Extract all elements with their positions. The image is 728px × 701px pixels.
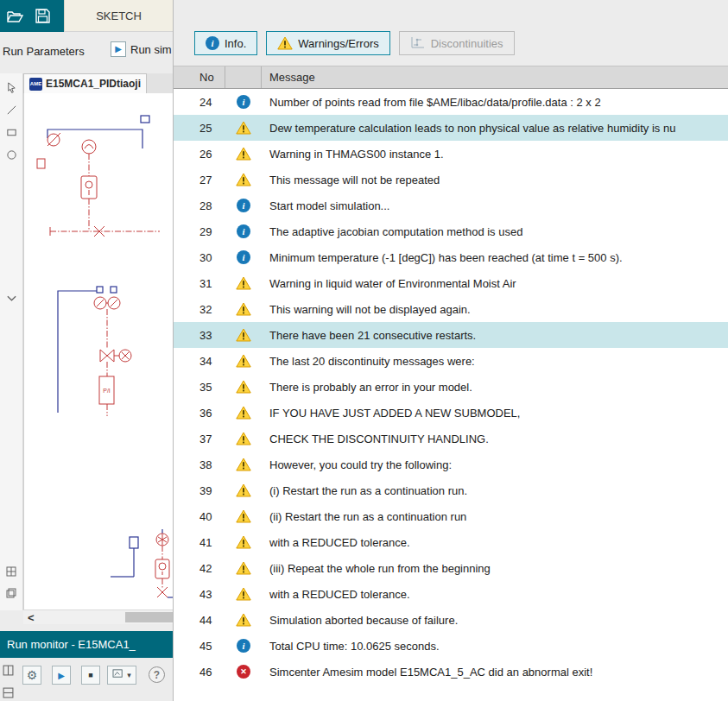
row-message: Simulation aborted because of failure.: [262, 614, 728, 627]
help-icon: ?: [154, 669, 160, 681]
row-number: 27: [174, 174, 225, 186]
scrollbar-thumb[interactable]: [125, 612, 173, 622]
row-number: 28: [174, 199, 225, 212]
table-row[interactable]: 33There have been 21 consecutive restart…: [174, 322, 728, 348]
line-tool-icon[interactable]: [4, 103, 18, 117]
pointer-icon[interactable]: [4, 80, 18, 94]
rectangle-tool-icon[interactable]: [4, 125, 18, 139]
row-icon-cell: i: [225, 95, 262, 109]
row-icon-cell: [225, 587, 262, 601]
row-message: with a REDUCED tolerance.: [262, 536, 728, 549]
side-mini-icons: [3, 664, 14, 701]
plot-button[interactable]: ▾: [107, 666, 136, 685]
svg-text:P/I: P/I: [103, 388, 111, 394]
table-row[interactable]: 40(ii) Restart the run as a continuation…: [174, 503, 728, 529]
row-number: 36: [174, 407, 225, 420]
table-row[interactable]: 36IF YOU HAVE JUST ADDED A NEW SUBMODEL,: [174, 400, 728, 426]
row-message: CHECK THE DISCONTINUITY HANDLING.: [262, 433, 728, 445]
stop-run-button[interactable]: ■: [81, 666, 100, 685]
table-row[interactable]: 35There is probably an error in your mod…: [174, 374, 728, 400]
column-header-icon[interactable]: [225, 66, 262, 88]
start-run-button[interactable]: ▶: [52, 666, 71, 685]
open-icon[interactable]: [7, 9, 24, 23]
table-row[interactable]: 41with a REDUCED tolerance.: [174, 529, 728, 555]
row-icon-cell: i: [225, 250, 262, 264]
row-number: 32: [174, 303, 225, 316]
table-row[interactable]: 28iStart model simulation...: [174, 193, 728, 218]
chevron-down-icon[interactable]: [4, 291, 18, 305]
table-row[interactable]: 44Simulation aborted because of failure.: [174, 607, 728, 633]
table-row[interactable]: 30iMinimum temperature (-1 [degC]) has b…: [174, 244, 728, 270]
table-row[interactable]: 32This warning will not be displayed aga…: [174, 296, 728, 322]
table-row[interactable]: 42(iii) Repeat the whole run from the be…: [174, 555, 728, 581]
row-message: Number of points read from file $AME/lib…: [262, 96, 728, 109]
row-number: 29: [174, 225, 225, 238]
warning-icon: [236, 432, 251, 445]
sketch-drawing: P/I: [24, 93, 173, 609]
row-number: 44: [174, 614, 225, 627]
run-simulation-button[interactable]: ▶ Run sim: [111, 41, 172, 57]
filter-discontinuities-button[interactable]: Discontinuities: [399, 31, 515, 55]
left-pane: SKETCH Run Parameters ▶ Run sim: [0, 0, 173, 701]
table-row[interactable]: 25Dew temperature calculation leads to n…: [174, 115, 728, 141]
panel-list-icon[interactable]: [3, 686, 14, 701]
play-icon: ▶: [58, 671, 65, 680]
ame-logo-icon: AME: [29, 78, 42, 91]
row-icon-cell: [225, 509, 262, 523]
table-row[interactable]: 43with a REDUCED tolerance.: [174, 581, 728, 607]
warning-icon: [236, 613, 251, 627]
messages-panel: i Info. Warnings/Errors Discontinuities …: [173, 0, 728, 701]
filter-discontinuities-label: Discontinuities: [431, 37, 503, 50]
row-message: with a REDUCED tolerance.: [262, 588, 728, 601]
table-row[interactable]: 24iNumber of points read from file $AME/…: [174, 89, 728, 115]
table-row[interactable]: 45iTotal CPU time: 10.0625 seconds.: [174, 633, 728, 659]
row-icon-cell: [225, 276, 262, 290]
layers-icon[interactable]: [4, 586, 18, 600]
filter-info-button[interactable]: i Info.: [194, 31, 257, 55]
main-toolbar: [0, 0, 64, 32]
table-row[interactable]: 39(i) Restart the run as a continuation …: [174, 477, 728, 503]
row-message: (i) Restart the run as a continuation ru…: [262, 484, 728, 497]
warning-icon: [236, 147, 251, 161]
row-icon-cell: [225, 380, 262, 394]
row-icon-cell: ✕: [225, 665, 262, 679]
settings-button[interactable]: ⚙: [22, 666, 41, 685]
table-row[interactable]: 27This message will not be repeated: [174, 167, 728, 193]
table-row[interactable]: 37CHECK THE DISCONTINUITY HANDLING.: [174, 426, 728, 452]
row-number: 25: [174, 122, 225, 135]
sketch-canvas[interactable]: P/I: [23, 93, 173, 609]
table-row[interactable]: 29iThe adaptive jacobian computation met…: [174, 218, 728, 244]
ribbon-bar: Run Parameters ▶ Run sim: [0, 32, 173, 73]
dropdown-caret-icon: ▾: [127, 671, 131, 679]
grid-icon[interactable]: [4, 565, 18, 578]
row-icon-cell: [225, 147, 262, 161]
play-icon: ▶: [111, 41, 126, 57]
run-simulation-label: Run sim: [130, 43, 172, 56]
help-button[interactable]: ?: [149, 666, 165, 683]
warning-icon: [236, 173, 251, 186]
column-header-no[interactable]: No: [174, 66, 225, 88]
warning-icon: [236, 380, 251, 394]
horizontal-scrollbar[interactable]: <: [23, 609, 173, 624]
column-header-message[interactable]: Message: [262, 66, 728, 88]
row-message: This message will not be repeated: [262, 174, 728, 186]
row-message: Dew temperature calculation leads to non…: [262, 122, 728, 135]
tab-sketch[interactable]: SKETCH: [64, 0, 173, 32]
document-tab[interactable]: AME E15MCA1_PIDtiaoji: [23, 73, 147, 93]
table-row[interactable]: 31Warning in liquid water of Environment…: [174, 270, 728, 296]
warning-icon: [236, 509, 251, 523]
warning-icon: [236, 561, 251, 575]
row-number: 38: [174, 458, 225, 471]
error-icon: ✕: [237, 665, 250, 679]
run-monitor-titlebar[interactable]: Run monitor - E15MCA1_: [0, 631, 173, 658]
table-row[interactable]: 38However, you could try the following:: [174, 452, 728, 477]
panel-grid-icon[interactable]: [3, 664, 14, 679]
table-row[interactable]: 26Warning in THMAGS00 instance 1.: [174, 141, 728, 167]
ellipse-tool-icon[interactable]: [4, 148, 18, 161]
filter-warnings-errors-button[interactable]: Warnings/Errors: [266, 31, 389, 55]
table-row[interactable]: 46✕Simcenter Amesim model E15MCA1_5_AC d…: [174, 659, 728, 685]
row-icon-cell: [225, 613, 262, 627]
table-row[interactable]: 34The last 20 discontinuity messages wer…: [174, 348, 728, 374]
save-icon[interactable]: [35, 9, 50, 23]
scroll-left-arrow[interactable]: <: [28, 610, 35, 625]
